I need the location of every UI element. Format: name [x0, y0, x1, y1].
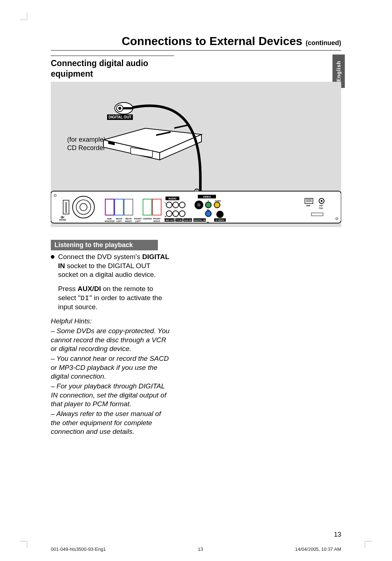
- svg-point-67: [216, 211, 224, 218]
- svg-text:REAR: REAR: [116, 218, 122, 220]
- page-title: Connections to External Devices (continu…: [51, 35, 341, 51]
- body-text-column: Connect the DVD system's DIGITAL IN sock…: [51, 253, 171, 437]
- svg-point-55: [197, 203, 201, 207]
- svg-text:RIGHT: RIGHT: [125, 220, 132, 222]
- svg-text:75Ω: 75Ω: [319, 207, 323, 209]
- svg-rect-79: [311, 213, 323, 216]
- svg-point-41: [173, 202, 179, 208]
- svg-text:MW: MW: [306, 205, 310, 207]
- subsection-heading: Listening to the playback: [51, 240, 158, 250]
- svg-text:Pr: Pr: [207, 221, 209, 223]
- svg-text:SUB-: SUB-: [107, 218, 113, 220]
- svg-rect-6: [174, 124, 189, 129]
- rear-panel-illustration: ~AC MAINS SUB-WOOFER REARLEFT REARRIGHT …: [51, 185, 341, 231]
- svg-text:R: R: [165, 215, 167, 218]
- bullet-icon: [51, 255, 54, 259]
- svg-point-9: [118, 107, 121, 110]
- crop-mark: [20, 13, 27, 20]
- svg-rect-10: [123, 107, 133, 109]
- page-number: 13: [334, 531, 341, 538]
- svg-text:FRONT: FRONT: [153, 218, 161, 220]
- hint-item: – Always refer to the user manual of the…: [51, 409, 171, 436]
- svg-text:AUX-IN: AUX-IN: [184, 219, 192, 221]
- svg-text:AUDIO: AUDIO: [168, 197, 177, 200]
- svg-text:LINE-OUT: LINE-OUT: [164, 219, 175, 221]
- svg-point-62: [205, 202, 211, 208]
- svg-point-44: [173, 211, 179, 217]
- title-continued: (continued): [306, 39, 341, 47]
- hints-title: Helpful Hints:: [51, 317, 171, 326]
- instruction-paragraph: Connect the DVD system's DIGITAL IN sock…: [58, 253, 171, 279]
- section-heading: Connecting digital audio equipment: [51, 56, 174, 79]
- svg-rect-70: [305, 198, 313, 203]
- svg-text:TV-IN: TV-IN: [176, 219, 181, 221]
- svg-text:REAR: REAR: [125, 218, 132, 220]
- svg-text:S-VIDEO: S-VIDEO: [216, 219, 225, 221]
- footer-timestamp: 14/04/2005, 10:37 AM: [295, 546, 341, 552]
- svg-point-42: [179, 202, 185, 208]
- svg-text:DIGITAL IN: DIGITAL IN: [194, 219, 205, 221]
- digital-out-jack-icon: [114, 102, 133, 115]
- svg-point-65: [205, 211, 211, 217]
- crop-mark: [365, 541, 372, 548]
- svg-point-63: [214, 202, 220, 208]
- hint-item: – For your playback through DIGITAL IN c…: [51, 382, 171, 409]
- svg-text:VIDEO: VIDEO: [203, 195, 211, 198]
- footer-doc-code: 001-049-hts3500-93-Eng1: [51, 546, 106, 552]
- svg-text:RIGHT: RIGHT: [154, 220, 160, 222]
- svg-text:FRONT: FRONT: [134, 218, 142, 220]
- helpful-hints: Helpful Hints: – Some DVDs are copy-prot…: [51, 317, 171, 436]
- hint-item: – You cannot hear or record the SACD or …: [51, 354, 171, 381]
- language-label: English: [336, 61, 342, 82]
- cd-recorder-illustration: [102, 118, 203, 162]
- svg-text:LEFT: LEFT: [135, 220, 141, 222]
- svg-text:LEFT: LEFT: [117, 220, 122, 222]
- svg-point-40: [166, 202, 172, 208]
- svg-point-45: [179, 211, 185, 217]
- svg-text:CENTER: CENTER: [143, 218, 152, 220]
- example-device-label: (for example) CD Recorder: [67, 136, 106, 152]
- footer-page: 13: [198, 546, 203, 552]
- title-main: Connections to External Devices: [122, 35, 302, 48]
- hint-item: – Some DVDs are copy-protected. You cann…: [51, 327, 171, 354]
- svg-point-43: [166, 211, 172, 217]
- page-footer: 001-049-hts3500-93-Eng1 13 14/04/2005, 1…: [51, 546, 341, 552]
- instruction-paragraph: Press AUX/DI on the remote to select "DI…: [58, 284, 171, 312]
- svg-text:L: L: [165, 202, 166, 204]
- svg-point-75: [321, 200, 323, 202]
- crop-mark: [20, 541, 27, 548]
- connection-diagram: (for example) CD Recorder DIGITAL OUT: [51, 82, 341, 227]
- svg-text:FM: FM: [319, 205, 323, 207]
- svg-text:WOOFER: WOOFER: [105, 220, 115, 222]
- svg-text:CVBS: CVBS: [215, 200, 221, 202]
- svg-text:MAINS: MAINS: [59, 219, 66, 221]
